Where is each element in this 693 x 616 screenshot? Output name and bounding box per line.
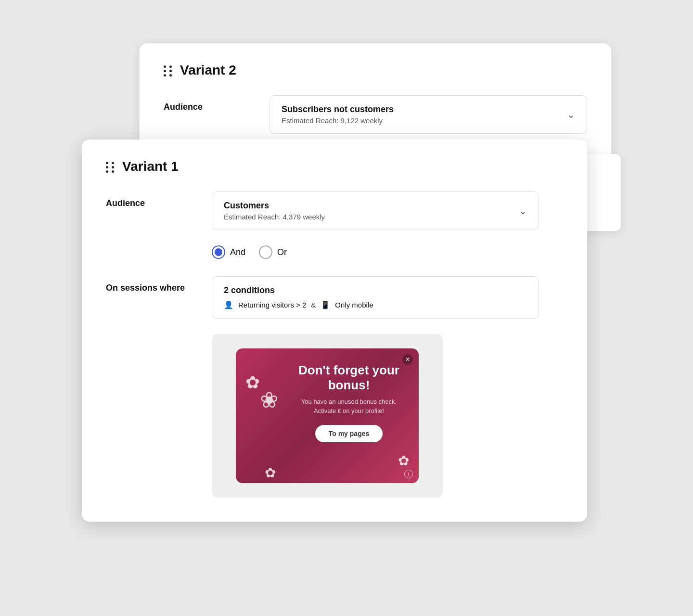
radio-and-option[interactable]: And [212, 245, 245, 259]
right-panel [582, 154, 621, 231]
variant2-audience-label: Audience [164, 95, 250, 112]
radio-or-option[interactable]: Or [259, 245, 287, 259]
variant2-audience-dropdown[interactable]: Subscribers not customers Estimated Reac… [270, 95, 587, 134]
variant1-audience-dropdown-inner: Customers Estimated Reach: 4,379 weekly [224, 201, 325, 221]
radio-and-label: And [230, 247, 245, 257]
variant1-audience-reach: Estimated Reach: 4,379 weekly [224, 213, 325, 221]
flower-deco-1: ✿ [245, 372, 260, 393]
variant1-sessions-label: On sessions where [106, 276, 192, 293]
popup-subtitle: You have an unused bonus check. Activate… [293, 398, 405, 415]
only-mobile-tag: Only mobile [335, 301, 373, 309]
variant2-audience-name: Subscribers not customers [282, 104, 394, 115]
mobile-icon: 📱 [321, 300, 330, 309]
radio-and-inner [215, 248, 222, 256]
variant2-audience-row: Audience Subscribers not customers Estim… [164, 95, 587, 134]
variant2-audience-dropdown-inner: Subscribers not customers Estimated Reac… [282, 104, 394, 125]
radio-row: And Or [212, 245, 563, 259]
flower-deco-3: ✿ [398, 453, 409, 469]
variant1-header: Variant 1 [106, 159, 563, 174]
popup-info-icon: i [404, 470, 413, 478]
variant2-header: Variant 2 [164, 63, 587, 78]
variant1-audience-row: Audience Customers Estimated Reach: 4,37… [106, 192, 563, 230]
conditions-box[interactable]: 2 conditions 👤 Returning visitors > 2 & … [212, 276, 539, 319]
variant2-title: Variant 2 [180, 63, 236, 78]
returning-visitors-tag: Returning visitors > 2 [238, 301, 306, 309]
variant1-chevron-icon: ⌄ [519, 205, 527, 217]
preview-container: ✕ ✿ ❀ ✿ ✿ Don't forget your bonus! You h… [212, 334, 443, 498]
variant1-audience-label: Audience [106, 192, 192, 208]
flower-deco-4: ✿ [265, 465, 276, 481]
popup-content: Don't forget your bonus! You have an unu… [293, 363, 405, 442]
popup-cta-button[interactable]: To my pages [315, 425, 383, 442]
visitor-icon: 👤 [224, 300, 233, 309]
variant1-card: Variant 1 Audience Customers Estimated R… [82, 140, 587, 522]
variant1-sessions-row: On sessions where 2 conditions 👤 Returni… [106, 276, 563, 319]
drag-handle-icon[interactable] [164, 65, 173, 75]
conditions-separator: & [311, 301, 316, 309]
conditions-title: 2 conditions [224, 285, 527, 295]
variant2-chevron-icon: ⌄ [567, 109, 575, 120]
variant1-drag-handle-icon[interactable] [106, 162, 116, 171]
radio-or-circle[interactable] [259, 245, 272, 259]
flower-deco-2: ❀ [260, 387, 279, 413]
conditions-tags: 👤 Returning visitors > 2 & 📱 Only mobile [224, 300, 527, 309]
radio-or-label: Or [277, 247, 287, 257]
variant1-title: Variant 1 [122, 159, 179, 174]
popup-title: Don't forget your bonus! [293, 363, 405, 393]
variant2-audience-reach: Estimated Reach: 9,122 weekly [282, 116, 394, 125]
variant1-audience-dropdown[interactable]: Customers Estimated Reach: 4,379 weekly … [212, 192, 539, 230]
popup-preview: ✕ ✿ ❀ ✿ ✿ Don't forget your bonus! You h… [236, 348, 419, 483]
popup-close-icon[interactable]: ✕ [402, 354, 413, 365]
preview-section: ✕ ✿ ❀ ✿ ✿ Don't forget your bonus! You h… [212, 334, 563, 498]
radio-and-circle[interactable] [212, 245, 225, 259]
variant1-audience-name: Customers [224, 201, 325, 211]
